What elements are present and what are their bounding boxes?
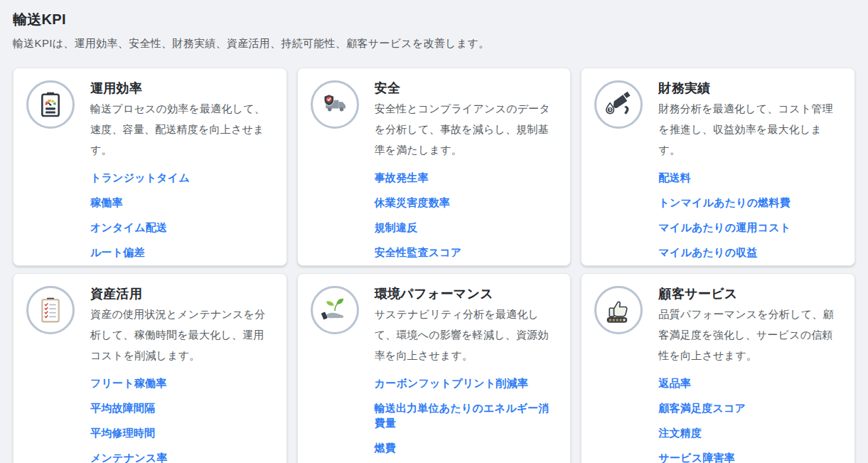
svg-text:$: $ <box>609 107 611 112</box>
hand-plant-icon <box>321 296 349 324</box>
card-description: 財務分析を最適化して、コスト管理を推進し、収益効率を最大化します。 <box>658 98 839 160</box>
page-subtitle: 輸送KPIは、運用効率、安全性、財務実績、資産活用、持続可能性、顧客サービスを改… <box>13 37 855 50</box>
kpi-link-mean-time-between-failures[interactable]: 平均故障間隔 <box>90 400 271 415</box>
kpi-card-asset-utilization: 資産活用 資産の使用状況とメンテナンスを分析して、稼働時間を最大化し、運用コスト… <box>13 273 287 463</box>
kpi-link-list: フリート稼働率 平均故障間隔 平均修理時間 メンテナンス率 <box>90 376 271 463</box>
kpi-link-fuel-cost-per-ton-mile[interactable]: トンマイルあたりの燃料費 <box>658 195 839 210</box>
kpi-card-operational-efficiency: 運用効率 輸送プロセスの効率を最適化して、速度、容量、配送精度を向上させます。 … <box>13 68 287 266</box>
card-title: 財務実績 <box>658 80 839 97</box>
kpi-link-delivery-cost[interactable]: 配送料 <box>658 170 839 185</box>
icon-ring <box>594 286 643 334</box>
gauge-clipboard-icon <box>37 91 64 118</box>
card-description: サステナビリティ分析を最適化して、環境への影響を軽減し、資源効率を向上させます。 <box>375 304 555 366</box>
kpi-link-customer-satisfaction-score[interactable]: 顧客満足度スコア <box>658 400 839 415</box>
kpi-link-mean-time-to-repair[interactable]: 平均修理時間 <box>90 425 271 440</box>
kpi-link-accident-rate[interactable]: 事故発生率 <box>375 170 555 185</box>
card-description: 輸送プロセスの効率を最適化して、速度、容量、配送精度を向上させます。 <box>90 98 271 160</box>
shield-truck-icon <box>321 90 349 119</box>
card-title: 資産活用 <box>90 285 271 302</box>
card-title: 顧客サービス <box>658 285 839 302</box>
kpi-link-lost-time-injury-rate[interactable]: 休業災害度数率 <box>375 195 555 210</box>
kpi-link-route-deviation[interactable]: ルート偏差 <box>90 245 271 260</box>
page-title: 輸送KPI <box>13 10 855 29</box>
kpi-link-safety-audit-score[interactable]: 安全性監査スコア <box>375 245 555 260</box>
kpi-card-environmental-performance: 環境パフォーマンス サステナビリティ分析を最適化して、環境への影響を軽減し、資源… <box>297 273 572 463</box>
card-description: 資産の使用状況とメンテナンスを分析して、稼働時間を最大化し、運用コストを削減しま… <box>90 304 271 366</box>
kpi-link-list: 配送料 トンマイルあたりの燃料費 マイルあたりの運用コスト マイルあたりの収益 <box>658 170 839 260</box>
kpi-card-safety: 安全 安全性とコンプライアンスのデータを分析して、事故を減らし、規制基準を満たし… <box>297 68 572 266</box>
icon-ring <box>26 80 75 129</box>
icon-ring <box>26 286 75 334</box>
kpi-link-revenue-per-mile[interactable]: マイルあたりの収益 <box>658 245 839 260</box>
kpi-link-utilization-rate[interactable]: 稼働率 <box>90 195 271 210</box>
kpi-link-list: 事故発生率 休業災害度数率 規制違反 安全性監査スコア <box>375 170 555 260</box>
kpi-link-list: 返品率 顧客満足度スコア 注文精度 サービス障害率 <box>658 376 839 463</box>
kpi-card-financial-performance: $ 財務実績 財務分析を最適化して、コスト管理を推進し、収益効率を最大化します。… <box>581 68 855 266</box>
kpi-link-service-failure-rate[interactable]: サービス障害率 <box>658 450 839 463</box>
kpi-link-fuel-economy[interactable]: 燃費 <box>375 440 555 455</box>
kpi-link-return-rate[interactable]: 返品率 <box>658 376 839 390</box>
card-title: 安全 <box>375 80 555 97</box>
checklist-clipboard-icon <box>37 297 64 324</box>
kpi-link-transit-time[interactable]: トランジットタイム <box>90 170 271 185</box>
icon-ring <box>311 80 359 129</box>
kpi-link-operating-cost-per-mile[interactable]: マイルあたりの運用コスト <box>658 220 839 235</box>
icon-ring <box>311 286 359 334</box>
kpi-card-customer-service: 顧客サービス 品質パフォーマンスを分析して、顧客満足度を強化し、サービスの信頼性… <box>581 273 855 463</box>
fuel-nozzle-dollar-icon: $ <box>604 90 633 119</box>
icon-ring: $ <box>594 80 643 129</box>
card-title: 環境パフォーマンス <box>375 285 555 302</box>
kpi-card-grid: 運用効率 輸送プロセスの効率を最適化して、速度、容量、配送精度を向上させます。 … <box>13 68 855 463</box>
card-description: 品質パフォーマンスを分析して、顧客満足度を強化し、サービスの信頼性を向上させます… <box>658 304 839 366</box>
kpi-link-fleet-utilization[interactable]: フリート稼働率 <box>90 376 271 390</box>
kpi-link-regulatory-violations[interactable]: 規制違反 <box>375 220 555 235</box>
kpi-link-on-time-delivery[interactable]: オンタイム配送 <box>90 220 271 235</box>
thumbs-up-stars-icon <box>604 296 633 324</box>
kpi-link-energy-consumption-per-output[interactable]: 輸送出力単位あたりのエネルギー消費量 <box>375 400 555 430</box>
kpi-link-list: カーボンフットプリント削減率 輸送出力単位あたりのエネルギー消費量 燃費 温室効… <box>375 376 555 463</box>
kpi-link-order-accuracy[interactable]: 注文精度 <box>658 425 839 440</box>
transport-kpi-page: 輸送KPI 輸送KPIは、運用効率、安全性、財務実績、資産活用、持続可能性、顧客… <box>0 0 868 463</box>
card-title: 運用効率 <box>90 80 271 97</box>
kpi-link-list: トランジットタイム 稼働率 オンタイム配送 ルート偏差 <box>90 170 271 260</box>
kpi-link-maintenance-rate[interactable]: メンテナンス率 <box>90 450 271 463</box>
kpi-link-carbon-footprint-reduction[interactable]: カーボンフットプリント削減率 <box>375 376 555 390</box>
card-description: 安全性とコンプライアンスのデータを分析して、事故を減らし、規制基準を満たします。 <box>375 98 555 160</box>
